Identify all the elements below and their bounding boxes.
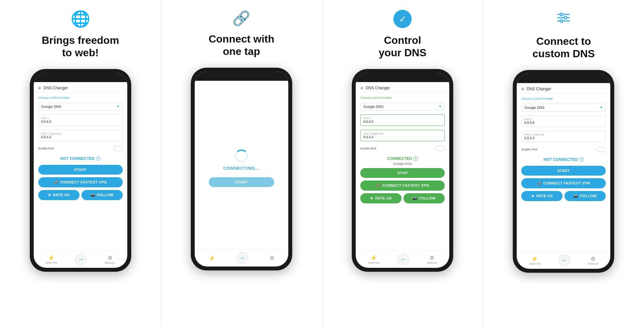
speed-label-1: Speed Test: [46, 262, 57, 264]
help-icon-1[interactable]: ?: [96, 156, 100, 161]
rate-button-1[interactable]: ★ RATE US: [38, 190, 80, 200]
stop-button[interactable]: STOP: [360, 168, 445, 178]
speed-icon-1: ⚡: [48, 255, 55, 261]
dns1-field-1[interactable]: DNS 1 8.8.8.8: [38, 114, 123, 126]
home-nav-1[interactable]: ↔: [75, 253, 87, 265]
dns1-value-4: 8.8.8.8: [524, 121, 603, 125]
link-icon: 🔗: [232, 10, 250, 27]
speed-label-3: Speed Test: [368, 262, 379, 264]
phone-mockup-4: ≡ DNS Changer Choose a DNS Provider Goog…: [513, 70, 614, 273]
gear-icon-4: ⚙: [591, 256, 595, 262]
vpn-button-4[interactable]: 🚀 CONNECT FASTEST VPN: [521, 178, 606, 188]
instagram-icon-4: 📷: [574, 194, 579, 198]
speed-test-nav-4[interactable]: ⚡ Speed Test: [529, 256, 541, 265]
dns-dropdown-3[interactable]: Google DNS ▼: [360, 103, 445, 111]
follow-label-4: FOLLOW: [580, 194, 597, 198]
bottom-nav-1: ⚡ Speed Test ↔ ⚙ Advanced: [34, 251, 127, 268]
follow-label-3: FOLLOW: [419, 196, 436, 200]
ipv6-toggle-3[interactable]: [436, 146, 445, 151]
provider-value-3: Google DNS: [363, 105, 384, 109]
provider-label-1: Choose a DNS Provider: [38, 96, 123, 99]
svg-point-5: [560, 20, 563, 22]
speed-icon-3: ⚡: [370, 255, 377, 261]
dns2-field-1[interactable]: DNS 2 (Optional) 8.8.4.4: [38, 130, 123, 141]
start-button-1[interactable]: START: [38, 165, 123, 175]
dns1-label-4: DNS 1: [524, 118, 603, 121]
phone-mockup-1: ≡ DNS Changer Choose a DNS Provider Goog…: [30, 69, 131, 272]
speed-test-nav-2[interactable]: ⚡: [209, 255, 215, 261]
gear-icon-1: ⚙: [108, 255, 112, 261]
panel1-title: Brings freedom to web!: [42, 34, 119, 59]
check-icon: ✓: [393, 10, 412, 28]
panel-freedom: 🌐 Brings freedom to web! ≡ DNS Changer C…: [0, 0, 161, 327]
start-button-4[interactable]: START: [521, 166, 606, 176]
provider-label-3: Choose a DNS Provider: [360, 96, 445, 99]
panel4-title: Connect to custom DNS: [532, 35, 595, 60]
help-icon-4[interactable]: ?: [579, 157, 584, 162]
home-nav-3[interactable]: ↔: [397, 253, 409, 265]
follow-button-4[interactable]: 📷 FOLLOW: [564, 191, 606, 201]
dns1-label-3: DNS 1: [363, 117, 442, 120]
dns2-value-4: 8.8.4.4: [524, 136, 603, 140]
status-text-4: NOT CONNECTED: [544, 157, 578, 162]
star-icon-3: ★: [370, 196, 374, 200]
advanced-nav-1[interactable]: ⚙ Advanced: [105, 255, 115, 264]
dns2-label-1: DNS 2 (Optional): [41, 132, 120, 135]
globe-icon: 🌐: [71, 10, 90, 28]
hamburger-icon-3[interactable]: ≡: [360, 85, 363, 91]
advanced-nav-3[interactable]: ⚙ Advanced: [427, 255, 437, 264]
hamburger-icon[interactable]: ≡: [38, 85, 41, 91]
start-button-2[interactable]: START: [209, 177, 274, 187]
rate-label-4: RATE US: [536, 194, 553, 198]
ipv6-toggle-4[interactable]: [597, 147, 606, 152]
connecting-spinner: [235, 149, 248, 163]
follow-button-3[interactable]: 📷 FOLLOW: [403, 193, 445, 203]
dns-dropdown-4[interactable]: Google DNS ▼: [521, 104, 606, 112]
vpn-button-3[interactable]: 🚀 CONNECT FASTEST VPN: [360, 181, 445, 191]
home-nav-2[interactable]: ↔: [237, 252, 248, 264]
hamburger-icon-4[interactable]: ≡: [521, 86, 524, 92]
dns-dropdown-1[interactable]: Google DNS ▼: [38, 103, 123, 111]
rate-button-4[interactable]: ★ RATE US: [521, 191, 563, 201]
panel-custom: Connect to custom DNS ≡ DNS Changer Choo…: [483, 0, 644, 327]
advanced-nav-2[interactable]: ⚙: [270, 255, 274, 261]
dns1-field-3[interactable]: DNS 1 8.8.8.8: [360, 114, 445, 126]
bottom-nav-3: ⚡ Speed Test ↔ ⚙ Advanced: [356, 251, 449, 268]
dns1-value-1: 8.8.8.8: [41, 120, 120, 124]
panel-connect: 🔗 Connect with one tap CONNECTING... STA…: [161, 0, 322, 327]
dns2-label-4: DNS 2 (Optional): [524, 133, 603, 136]
app-title-3: DNS Changer: [366, 86, 390, 90]
rate-button-3[interactable]: ★ RATE US: [360, 193, 402, 203]
rocket-icon-3: 🚀: [376, 183, 381, 188]
advanced-label-3: Advanced: [427, 262, 437, 264]
rocket-icon-4: 🚀: [537, 181, 542, 185]
dns1-field-4[interactable]: DNS 1 8.8.8.8: [521, 115, 606, 127]
panel3-title: Control your DNS: [379, 34, 426, 59]
rate-label-1: RATE US: [53, 193, 70, 197]
dns2-field-4[interactable]: DNS 2 (Optional) 8.8.4.4: [521, 131, 606, 142]
status-sub-3: (Google DNS): [360, 162, 445, 165]
dns2-value-3: 8.8.4.4: [363, 135, 442, 139]
sliders-icon: [556, 10, 571, 29]
speed-label-4: Speed Test: [529, 263, 541, 265]
speed-test-nav-1[interactable]: ⚡ Speed Test: [46, 255, 57, 264]
bottom-nav-2: ⚡ ↔ ⚙: [195, 250, 288, 267]
ipv6-label-1: Enable IPv6: [38, 147, 54, 150]
gear-icon-2: ⚙: [270, 255, 274, 261]
vpn-button-1[interactable]: 🚀 CONNECT FASTEST VPN: [38, 177, 123, 187]
app-title-1: DNS Changer: [44, 86, 68, 90]
speed-test-nav-3[interactable]: ⚡ Speed Test: [368, 255, 379, 264]
dropdown-arrow-1: ▼: [116, 105, 120, 108]
ipv6-toggle-1[interactable]: [114, 146, 123, 151]
dns2-field-3[interactable]: DNS 2 (Optional) 8.8.4.4: [360, 130, 445, 141]
instagram-icon-1: 📷: [91, 193, 96, 197]
dns1-value-3: 8.8.8.8: [363, 120, 442, 124]
advanced-nav-4[interactable]: ⚙ Advanced: [588, 256, 598, 265]
instagram-icon-3: 📷: [413, 196, 418, 200]
status-text-3: CONNECTED: [387, 156, 412, 161]
follow-button-1[interactable]: 📷 FOLLOW: [81, 190, 123, 200]
help-icon-3[interactable]: ?: [413, 156, 418, 161]
home-nav-4[interactable]: ↔: [558, 254, 570, 266]
speed-icon-2: ⚡: [209, 255, 215, 261]
provider-value-4: Google DNS: [524, 106, 545, 110]
